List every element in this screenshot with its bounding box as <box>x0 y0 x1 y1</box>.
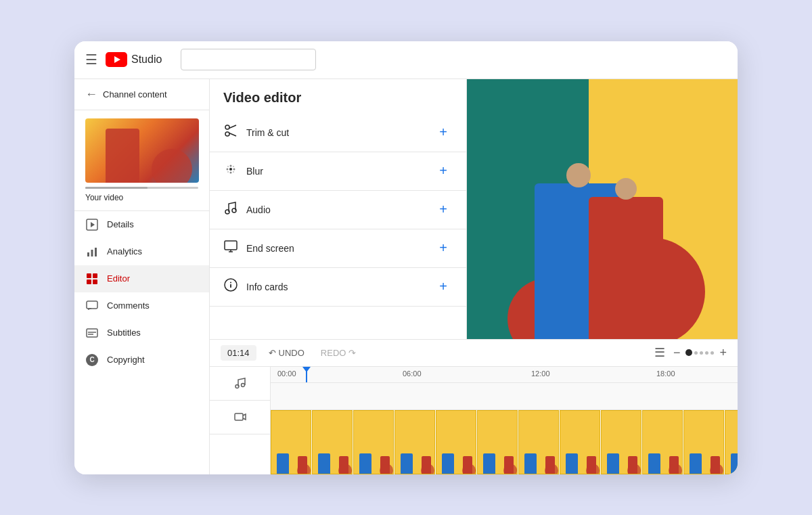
bar-chart-icon <box>85 245 99 259</box>
thumb-frame-7 <box>518 410 559 474</box>
monitor-icon <box>223 240 238 256</box>
timeline-tracks: 00:00 06:00 12:00 18:00 <box>271 367 738 474</box>
audio-add-button[interactable]: + <box>434 200 453 219</box>
scissors-icon <box>223 124 238 141</box>
thumb-frame-2 <box>312 410 353 474</box>
video-track <box>271 410 738 474</box>
timeline-ruler-wrapper: 00:00 06:00 12:00 18:00 <box>210 367 738 474</box>
menu-icon[interactable]: ☰ <box>85 51 97 68</box>
copyright-label: Copyright <box>107 355 145 365</box>
subtitles-label: Subtitles <box>107 328 141 338</box>
zoom-dots <box>685 349 714 356</box>
svg-point-19 <box>230 172 232 174</box>
figure-red-head <box>615 178 637 200</box>
svg-rect-4 <box>87 252 89 256</box>
zoom-dot-active <box>685 349 692 356</box>
tool-end-screen-left: End screen <box>223 240 294 256</box>
redo-button[interactable]: REDO ↷ <box>317 345 361 361</box>
end-screen-add-button[interactable]: + <box>434 239 453 258</box>
svg-point-21 <box>233 166 234 167</box>
blur-add-button[interactable]: + <box>434 162 453 181</box>
svg-rect-26 <box>225 241 237 250</box>
comments-label: Comments <box>107 300 150 311</box>
audio-track-label <box>210 367 270 401</box>
tool-info-cards-left: Info cards <box>223 278 288 295</box>
info-icon <box>223 278 238 295</box>
thumb-frame-6 <box>477 410 518 474</box>
sidebar-item-comments[interactable]: Comments <box>74 292 209 319</box>
trim-cut-add-button[interactable]: + <box>434 123 453 142</box>
svg-rect-7 <box>87 301 97 309</box>
details-label: Details <box>107 219 134 229</box>
blur-label: Blur <box>246 166 263 177</box>
search-input[interactable] <box>181 49 316 70</box>
thumb-frame-10 <box>642 410 683 474</box>
svg-point-11 <box>225 125 229 129</box>
zoom-out-icon[interactable]: − <box>673 346 681 360</box>
video-progress-bar <box>85 187 198 189</box>
svg-point-31 <box>230 282 231 284</box>
analytics-label: Analytics <box>107 246 142 256</box>
track-labels <box>210 367 271 474</box>
video-thumb-strip <box>271 410 738 474</box>
thumb-frame-9 <box>601 410 641 474</box>
time-display: 01:14 <box>221 345 256 361</box>
zoom-in-icon[interactable]: + <box>719 346 727 360</box>
video-thumbnail <box>85 118 199 183</box>
ruler-mark-2: 12:00 <box>531 370 550 378</box>
tools-panel: Video editor <box>210 79 467 339</box>
svg-marker-3 <box>91 222 95 227</box>
sidebar-item-analytics[interactable]: Analytics <box>74 238 209 265</box>
tool-info-cards[interactable]: Info cards + <box>210 268 466 307</box>
header: ☰ Studio <box>74 41 738 79</box>
logo-area: Studio <box>106 52 162 67</box>
playhead <box>306 367 307 382</box>
undo-button[interactable]: ↶ UNDO <box>265 345 309 361</box>
svg-rect-34 <box>235 413 243 420</box>
thumb-frame-12 <box>725 410 738 474</box>
info-cards-add-button[interactable]: + <box>434 277 453 296</box>
sidebar-item-editor[interactable]: Editor <box>74 265 209 292</box>
sidebar-item-details[interactable]: Details <box>74 211 209 238</box>
back-button[interactable]: ← Channel content <box>74 79 209 110</box>
svg-point-18 <box>230 165 232 167</box>
audio-track <box>271 383 738 410</box>
svg-point-15 <box>229 168 232 171</box>
tool-audio-left: Audio <box>223 201 271 218</box>
sidebar-item-copyright[interactable]: C Copyright <box>74 346 209 374</box>
figure-red <box>589 197 663 339</box>
tool-blur[interactable]: Blur + <box>210 152 466 191</box>
zoom-dot-1 <box>694 351 698 355</box>
undo-label: UNDO <box>279 348 304 358</box>
sidebar-nav: Details Analytics <box>74 211 209 474</box>
tool-audio[interactable]: Audio + <box>210 191 466 229</box>
svg-point-17 <box>233 169 235 171</box>
thumb-frame-4 <box>394 410 435 474</box>
timeline-toolbar: 01:14 ↶ UNDO REDO ↷ ☰ − <box>210 340 738 367</box>
undo-icon: ↶ <box>269 348 276 358</box>
zoom-dot-3 <box>705 351 708 355</box>
tool-trim-cut[interactable]: Trim & cut + <box>210 114 466 152</box>
svg-line-14 <box>229 133 237 137</box>
thumb-frame-8 <box>560 410 600 474</box>
svg-point-20 <box>227 166 229 167</box>
svg-rect-6 <box>95 248 97 256</box>
music-icon <box>223 201 238 218</box>
timeline-controls-right: − + <box>673 346 727 360</box>
redo-label: REDO <box>321 348 346 358</box>
subtitles-icon <box>85 326 99 340</box>
end-screen-label: End screen <box>246 243 294 254</box>
sidebar: ← Channel content Your video <box>74 79 210 474</box>
main-content: Video editor <box>210 79 738 474</box>
tool-end-screen[interactable]: End screen + <box>210 229 466 268</box>
your-video-label: Your video <box>85 193 198 202</box>
audio-label: Audio <box>246 204 271 215</box>
ruler-mark-3: 18:00 <box>656 370 675 378</box>
play-icon <box>85 218 99 231</box>
video-preview <box>467 79 738 339</box>
timeline-menu-icon[interactable]: ☰ <box>654 345 665 360</box>
sidebar-item-subtitles[interactable]: Subtitles <box>74 319 209 346</box>
ruler-mark-0: 00:00 <box>277 370 296 378</box>
back-label: Channel content <box>103 89 167 99</box>
svg-point-16 <box>227 169 229 171</box>
